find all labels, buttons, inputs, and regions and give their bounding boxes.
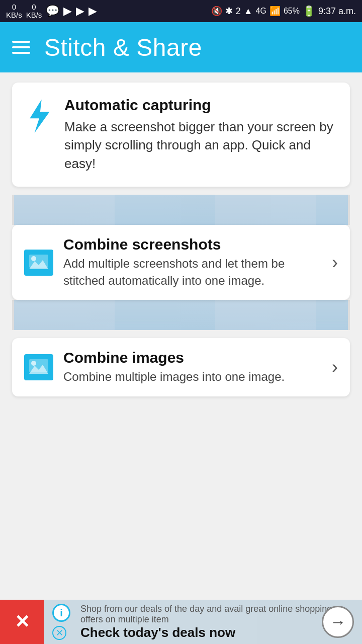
ad-main-text: Check today's deals now [80, 625, 354, 640]
auto-capture-text: Automatic capturing Make a screenshot bi… [64, 97, 338, 173]
status-right: 🔇 ✱ 2 ▲ 4G 📶 65% 🔋 9:37 a.m. [211, 5, 356, 17]
ad-close-button[interactable]: ✕ [0, 600, 44, 644]
ad-dismiss-x-icon: ✕ [56, 627, 63, 638]
ad-arrow-button[interactable]: → [322, 606, 354, 638]
combine-images-desc: Combine multiple images into one image. [63, 368, 326, 385]
svg-point-8 [31, 361, 36, 366]
signal-icon: ▲ [244, 6, 253, 17]
image-icon-svg-2 [28, 358, 50, 377]
ad-info-i-text: i [60, 607, 63, 619]
combine-images-icon [24, 354, 53, 380]
ad-arrow-icon: → [330, 613, 346, 631]
auto-capture-card: Automatic capturing Make a screenshot bi… [12, 83, 350, 187]
ad-dismiss-button[interactable]: ✕ [52, 626, 66, 640]
ad-small-text: Shop from our deals of the day and avail… [80, 604, 354, 625]
hamburger-menu-button[interactable] [12, 41, 30, 54]
youtube-icon-2: ▶ [76, 5, 84, 18]
svg-marker-0 [30, 100, 49, 133]
preview-strip-1 [12, 195, 350, 225]
status-bar: 0 KB/s 0 KB/s 💬 ▶ ▶ ▶ 🔇 ✱ 2 ▲ 4G 📶 65% 🔋… [0, 0, 362, 22]
combine-images-chevron: › [332, 357, 338, 378]
lightning-icon-area [24, 99, 54, 136]
ad-close-x-icon: ✕ [15, 611, 30, 632]
status-network: 0 KB/s [6, 3, 22, 20]
auto-capture-desc: Make a screenshot bigger than your scree… [64, 118, 338, 173]
ad-banner: ✕ i ✕ Shop from our deals of the day and… [0, 600, 362, 644]
bluetooth-label: ✱ [225, 6, 233, 17]
status-left: 0 KB/s 0 KB/s 💬 ▶ ▶ ▶ [6, 3, 97, 20]
status-network-2: 0 KB/s [26, 3, 42, 20]
svg-point-4 [31, 256, 36, 261]
signal-bars: 📶 [269, 6, 281, 17]
combine-screenshots-icon-area [24, 250, 53, 276]
app-title: Stitch & Share [44, 34, 202, 61]
combine-images-card[interactable]: Combine images Combine multiple images i… [12, 338, 350, 396]
battery-level: 65% [284, 7, 300, 16]
combine-images-text: Combine images Combine multiple images i… [63, 349, 326, 385]
combine-images-icon-area [24, 354, 53, 380]
image-icon-svg [28, 253, 50, 272]
main-content: Automatic capturing Make a screenshot bi… [0, 72, 362, 550]
ad-info-icon: i [52, 604, 70, 622]
network-type: 4G [256, 7, 266, 16]
combine-screenshots-desc: Add multiple screenshots and let them be… [63, 255, 326, 289]
preview-strip-2 [12, 300, 350, 330]
clock: 9:37 a.m. [318, 6, 356, 17]
combine-screenshots-card[interactable]: Combine screenshots Add multiple screens… [12, 225, 350, 300]
youtube-icon-1: ▶ [63, 5, 72, 18]
lightning-icon [24, 99, 54, 134]
battery-icon: 🔋 [303, 5, 315, 17]
auto-capture-title: Automatic capturing [64, 97, 338, 114]
ad-content: i ✕ Shop from our deals of the day and a… [44, 600, 362, 644]
sim-label: 2 [236, 6, 241, 17]
app-bar: Stitch & Share [0, 22, 362, 72]
ad-text-area: Shop from our deals of the day and avail… [52, 604, 354, 640]
bluetooth-icon: 🔇 [211, 6, 222, 17]
combine-screenshots-chevron: › [332, 252, 338, 273]
whatsapp-icon: 💬 [46, 5, 59, 18]
combine-screenshots-text: Combine screenshots Add multiple screens… [63, 236, 326, 289]
combine-screenshots-icon [24, 250, 53, 276]
youtube-icon-3: ▶ [88, 5, 97, 18]
combine-screenshots-title: Combine screenshots [63, 236, 326, 253]
combine-images-title: Combine images [63, 349, 326, 366]
